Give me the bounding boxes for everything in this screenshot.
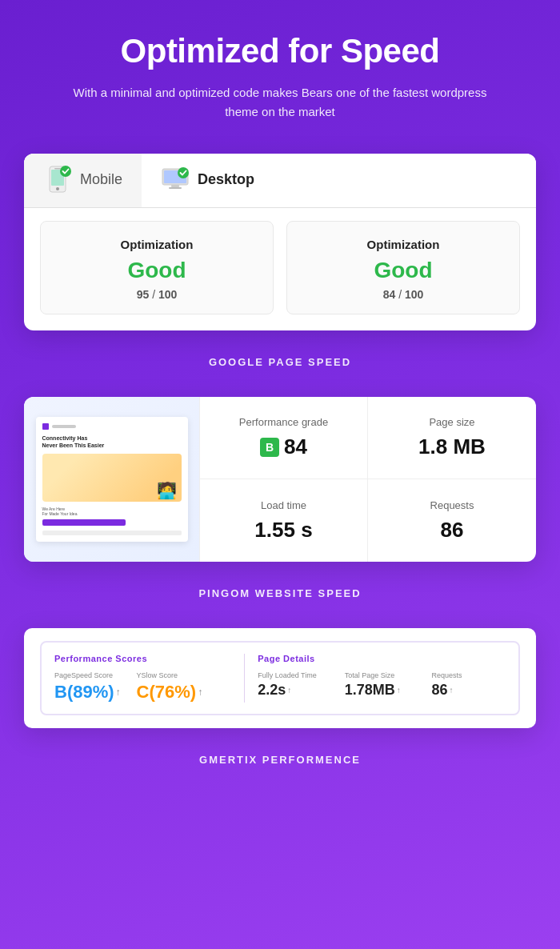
mock-footer-bar <box>42 531 182 535</box>
grade-badge: B <box>260 438 279 457</box>
gm-pagespeed-label: PageSpeed Score <box>54 671 121 679</box>
gm-detail-row: Fully Loaded Time 2.2s ↑ Total Page Size… <box>258 671 506 699</box>
gmertix-section-label: GMERTIX PERFORMENCE <box>199 754 361 766</box>
opt-box-left: Optimization Good 95 / 100 <box>40 221 274 314</box>
mock-cta-bar <box>42 519 126 526</box>
mock-figure-icon: 🧑‍💻 <box>157 481 177 500</box>
svg-point-4 <box>60 166 71 177</box>
opt-right-grade: Good <box>300 258 506 283</box>
gm-load-time-item: Fully Loaded Time 2.2s ↑ <box>258 671 332 699</box>
gm-requests-item: Requests 86 ↑ <box>431 671 506 699</box>
yslow-arrow-icon: ↑ <box>198 687 202 698</box>
gmertix-inner: Performance Scores PageSpeed Score B(89%… <box>40 641 520 715</box>
google-pagespeed-card: Mobile Desktop Optimization Good 95 / 10… <box>24 154 536 330</box>
stat-performance-grade: Performance grade B 84 <box>200 397 368 479</box>
mock-hero-text: Connectivity HasNever Been This Easier <box>42 434 182 449</box>
mobile-icon <box>43 165 72 194</box>
opt-right-label: Optimization <box>300 238 506 251</box>
tab-desktop-label: Desktop <box>198 171 254 188</box>
gm-load-time-label: Fully Loaded Time <box>258 671 332 679</box>
svg-rect-8 <box>169 187 182 189</box>
pagespeed-arrow-icon: ↑ <box>116 687 121 698</box>
load-time-value: 1.55 s <box>254 518 312 543</box>
gm-perf-title: Performance Scores <box>54 654 231 663</box>
pingom-section-label: PINGOM WEBSITE SPEED <box>198 587 361 599</box>
gmertix-card: Performance Scores PageSpeed Score B(89%… <box>24 628 536 728</box>
gm-requests-label: Requests <box>431 671 506 679</box>
website-preview-mock: Connectivity HasNever Been This Easier 🧑… <box>36 417 188 542</box>
opt-left-label: Optimization <box>54 238 260 251</box>
opt-left-score: 95 / 100 <box>54 288 260 301</box>
requests-label: Requests <box>430 499 474 511</box>
requests-arrow-icon: ↑ <box>449 686 453 695</box>
svg-rect-7 <box>171 185 179 187</box>
gm-page-size-item: Total Page Size 1.78MB ↑ <box>345 671 419 699</box>
svg-point-9 <box>178 167 189 178</box>
pingom-card: Connectivity HasNever Been This Easier 🧑… <box>24 397 536 562</box>
mock-logo-bar <box>52 425 76 428</box>
tab-desktop[interactable]: Desktop <box>142 154 274 207</box>
opt-left-grade: Good <box>54 258 260 283</box>
svg-rect-3 <box>54 168 61 170</box>
gm-perf-scores-section: Performance Scores PageSpeed Score B(89%… <box>54 654 231 703</box>
gm-yslow-label: YSlow Score <box>137 671 203 679</box>
perf-grade-value: B 84 <box>260 434 307 459</box>
gm-page-details-title: Page Details <box>258 654 506 663</box>
page-size-value: 1.8 MB <box>418 434 486 459</box>
mock-sub-text: We Are HereFor Made Your Idea <box>42 507 182 516</box>
gmertix-sections: Performance Scores PageSpeed Score B(89%… <box>54 654 506 703</box>
gm-page-size-value: 1.78MB ↑ <box>345 682 419 699</box>
opt-box-right: Optimization Good 84 / 100 <box>286 221 520 314</box>
gm-yslow-value: C(76%) ↑ <box>137 682 203 703</box>
perf-grade-label: Performance grade <box>239 416 328 428</box>
desktop-icon <box>161 165 190 194</box>
pingom-preview: Connectivity HasNever Been This Easier 🧑… <box>24 397 200 562</box>
gm-pagespeed-value: B(89%) ↑ <box>54 682 121 703</box>
tabs-row: Mobile Desktop <box>24 154 536 208</box>
opt-right-score: 84 / 100 <box>300 288 506 301</box>
google-section-label: GOOGLE PAGE SPEED <box>209 356 351 368</box>
stat-load-time: Load time 1.55 s <box>200 479 368 562</box>
mock-logo-dot <box>42 423 49 430</box>
page-title: Optimized for Speed <box>121 32 440 70</box>
gm-requests-value: 86 ↑ <box>431 682 506 699</box>
gm-divider <box>244 654 245 703</box>
stat-requests: Requests 86 <box>368 479 536 562</box>
svg-point-2 <box>56 187 59 190</box>
load-time-label: Load time <box>261 499 306 511</box>
gm-load-time-value: 2.2s ↑ <box>258 682 332 699</box>
gm-scores-row: PageSpeed Score B(89%) ↑ YSlow Score C(7… <box>54 671 231 703</box>
gm-page-details-section: Page Details Fully Loaded Time 2.2s ↑ To… <box>258 654 506 703</box>
stat-page-size: Page size 1.8 MB <box>368 397 536 479</box>
page-size-arrow-icon: ↑ <box>397 686 401 695</box>
page-subtitle: With a minimal and optimized code makes … <box>64 83 496 122</box>
mock-illustration: 🧑‍💻 <box>42 454 182 502</box>
optimization-grid: Optimization Good 95 / 100 Optimization … <box>24 208 536 314</box>
tab-mobile-label: Mobile <box>80 171 122 188</box>
pingom-stats-grid: Performance grade B 84 Page size 1.8 MB … <box>200 397 536 562</box>
gm-pagespeed-item: PageSpeed Score B(89%) ↑ <box>54 671 121 703</box>
load-time-arrow-icon: ↑ <box>287 686 291 695</box>
tab-mobile[interactable]: Mobile <box>24 154 142 207</box>
gm-yslow-item: YSlow Score C(76%) ↑ <box>137 671 203 703</box>
gm-page-size-label: Total Page Size <box>345 671 419 679</box>
page-size-label: Page size <box>429 416 474 428</box>
requests-value: 86 <box>441 518 464 543</box>
mock-header <box>42 423 182 430</box>
